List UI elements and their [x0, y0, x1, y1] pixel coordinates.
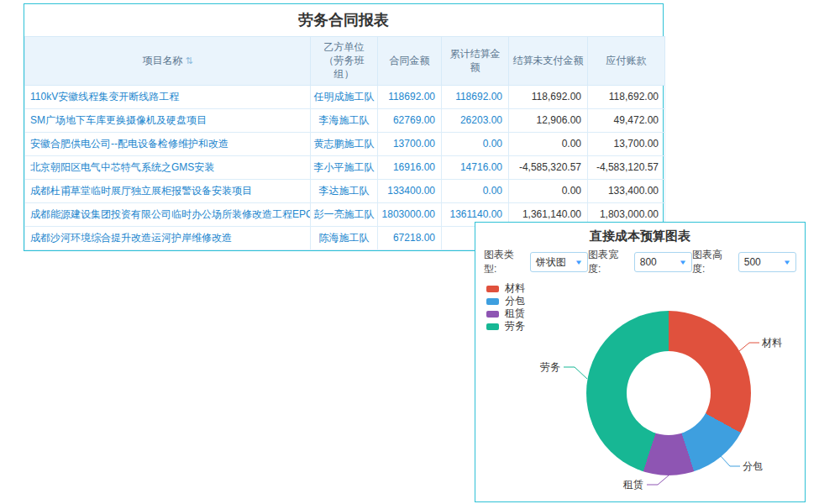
payable-amount-cell: 133,400.00 [588, 179, 665, 202]
legend-item[interactable]: 分包 [486, 295, 525, 307]
legend-swatch [486, 286, 499, 292]
chart-type-label: 图表类型: [484, 248, 527, 276]
chart-width-label: 图表宽度: [588, 248, 631, 276]
chart-type-value: 饼状图 [536, 255, 566, 270]
chevron-down-icon: ▼ [783, 259, 791, 266]
chevron-down-icon: ▼ [575, 259, 583, 266]
legend-item[interactable]: 材料 [486, 282, 525, 295]
chart-width-value: 800 [640, 256, 657, 268]
leader-line-material [739, 343, 759, 351]
unpaid-amount-cell: 118,692.00 [509, 85, 588, 108]
chart-width-select[interactable]: 800 ▼ [634, 252, 692, 272]
chart-type-select[interactable]: 饼状图 ▼ [530, 252, 588, 272]
table-row[interactable]: 110kV安徽线程集变开断线路工程 任明成施工队 118692.00 11869… [25, 85, 665, 108]
col-header-unpaid-amount: 结算未支付金额 [509, 37, 588, 86]
sort-icon[interactable]: ⇅ [185, 55, 192, 66]
labor-contract-report-panel: 劳务合同报表 项目名称⇅ 乙方单位（劳务班组） 合同金额 累计结算金额 结算未支… [24, 3, 664, 251]
project-name-cell[interactable]: 成都杜甫草堂临时展厅独立展柜报警设备安装项目 [25, 179, 311, 202]
project-name-cell[interactable]: 北京朝阳区电气中芯特气系统之GMS安装 [25, 155, 311, 179]
payable-amount-cell: 13,700.00 [588, 132, 665, 155]
chart-height-select[interactable]: 500 ▼ [738, 252, 796, 272]
unpaid-amount-cell: 0.00 [509, 179, 588, 202]
chart-height-label: 图表高度: [692, 248, 735, 276]
payable-amount-cell: -4,583,120.57 [588, 155, 665, 179]
pie-label-lease: 租赁 [622, 479, 643, 491]
contract-amount-cell: 133400.00 [378, 179, 442, 202]
table-row[interactable]: 安徽合肥供电公司--配电设备检修维护和改造 黄志鹏施工队 13700.00 0.… [25, 132, 665, 155]
chart-height-value: 500 [744, 256, 761, 268]
team-cell: 黄志鹏施工队 [311, 132, 378, 155]
team-cell: 彭一亮施工队 [311, 202, 378, 226]
unpaid-amount-cell: 12,906.00 [509, 108, 588, 132]
project-name-cell[interactable]: SM广场地下车库更换摄像机及硬盘项目 [25, 108, 311, 132]
pie-label-labor: 劳务 [540, 361, 560, 373]
report-table: 项目名称⇅ 乙方单位（劳务班组） 合同金额 累计结算金额 结算未支付金额 应付账… [24, 36, 665, 250]
cost-budget-chart-panel: 直接成本预算图表 图表类型: 饼状图 ▼ 图表宽度: 800 ▼ 图表高度: 5 [475, 222, 806, 502]
team-cell: 李小平施工队 [311, 155, 378, 179]
legend-label: 劳务 [505, 319, 525, 333]
chart-type-control: 图表类型: 饼状图 ▼ [484, 248, 588, 276]
legend-item[interactable]: 劳务 [486, 320, 525, 333]
col-header-contract-amount: 合同金额 [378, 37, 442, 86]
unpaid-amount-cell: -4,585,320.57 [509, 155, 588, 179]
project-name-cell[interactable]: 成都能源建设集团投资有限公司临时办公场所装修改造工程EPC [25, 202, 311, 226]
contract-amount-cell: 67218.00 [378, 226, 442, 249]
table-row[interactable]: 成都杜甫草堂临时展厅独立展柜报警设备安装项目 李达施工队 133400.00 0… [25, 179, 665, 202]
team-cell: 李海施工队 [311, 108, 378, 132]
contract-amount-cell: 1803000.00 [378, 202, 442, 226]
legend-swatch [486, 323, 499, 330]
project-name-cell[interactable]: 110kV安徽线程集变开断线路工程 [25, 85, 311, 108]
report-title: 劳务合同报表 [24, 4, 663, 36]
donut-ring[interactable] [586, 311, 751, 475]
settled-amount-cell: 14716.00 [442, 155, 509, 179]
settled-amount-cell: 0.00 [442, 179, 509, 202]
chart-controls: 图表类型: 饼状图 ▼ 图表宽度: 800 ▼ 图表高度: 500 ▼ [475, 251, 805, 273]
table-row[interactable]: 北京朝阳区电气中芯特气系统之GMS安装 李小平施工队 16916.00 1471… [25, 155, 665, 179]
col-header-team: 乙方单位（劳务班组） [311, 37, 378, 86]
contract-amount-cell: 13700.00 [378, 132, 442, 155]
chart-title: 直接成本预算图表 [475, 223, 805, 248]
chart-width-control: 图表宽度: 800 ▼ [588, 248, 692, 276]
col-header-project-name-label: 项目名称 [142, 55, 182, 66]
leader-line-labor [564, 367, 587, 379]
chevron-down-icon: ▼ [679, 259, 687, 266]
col-header-project-name[interactable]: 项目名称⇅ [25, 37, 311, 86]
settled-amount-cell: 118692.00 [442, 85, 509, 108]
chart-legend: 材料 分包 租赁 劳务 [486, 282, 525, 333]
leader-line-subcontract [721, 456, 740, 466]
pie-label-subcontract: 分包 [743, 460, 763, 472]
pie-label-material: 材料 [761, 337, 782, 349]
chart-height-control: 图表高度: 500 ▼ [692, 248, 796, 276]
leader-line-lease [647, 475, 669, 485]
legend-swatch [486, 298, 499, 305]
contract-amount-cell: 16916.00 [378, 155, 442, 179]
project-name-cell[interactable]: 安徽合肥供电公司--配电设备检修维护和改造 [25, 132, 311, 155]
contract-amount-cell: 118692.00 [378, 85, 442, 108]
table-row[interactable]: SM广场地下车库更换摄像机及硬盘项目 李海施工队 62769.00 26203.… [25, 108, 665, 132]
payable-amount-cell: 49,472.00 [588, 108, 665, 132]
legend-item[interactable]: 租赁 [486, 307, 525, 320]
team-cell: 李达施工队 [311, 179, 378, 202]
settled-amount-cell: 0.00 [442, 132, 509, 155]
contract-amount-cell: 62769.00 [378, 108, 442, 132]
col-header-payable-amount: 应付账款 [588, 37, 665, 86]
team-cell: 任明成施工队 [311, 85, 378, 108]
project-name-cell[interactable]: 成都沙河环境综合提升改造运河护岸维修改造 [25, 226, 311, 249]
legend-swatch [486, 311, 499, 318]
page: 劳务合同报表 项目名称⇅ 乙方单位（劳务班组） 合同金额 累计结算金额 结算未支… [0, 0, 840, 504]
unpaid-amount-cell: 0.00 [509, 132, 588, 155]
col-header-settled-amount: 累计结算金额 [442, 37, 509, 86]
table-header-row: 项目名称⇅ 乙方单位（劳务班组） 合同金额 累计结算金额 结算未支付金额 应付账… [25, 37, 665, 86]
team-cell: 陈海施工队 [311, 226, 378, 249]
settled-amount-cell: 26203.00 [442, 108, 509, 132]
payable-amount-cell: 118,692.00 [588, 85, 665, 108]
